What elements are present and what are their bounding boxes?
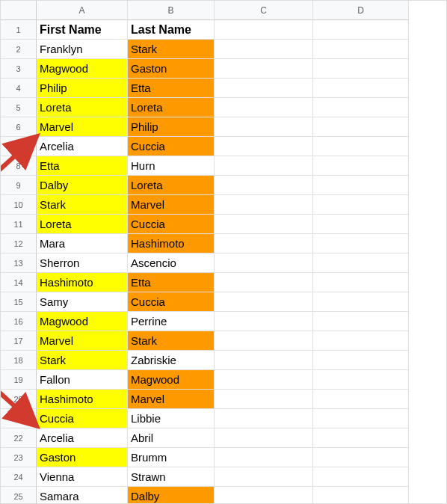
cell-B16[interactable]: Perrine xyxy=(128,312,215,331)
cell-C8[interactable] xyxy=(215,156,313,176)
row-header-1[interactable]: 1 xyxy=(1,20,37,40)
cell-B19[interactable]: Magwood xyxy=(128,370,215,390)
cell-D6[interactable] xyxy=(313,117,409,137)
row-header-15[interactable]: 15 xyxy=(1,292,37,312)
cell-B8[interactable]: Hurn xyxy=(128,156,215,176)
cell-B23[interactable]: Brumm xyxy=(128,448,215,467)
cell-C23[interactable] xyxy=(215,448,313,467)
column-header-B[interactable]: B xyxy=(128,1,215,20)
cell-B25[interactable]: Dalby xyxy=(128,487,215,504)
cell-A24[interactable]: Vienna xyxy=(37,467,128,487)
row-header-10[interactable]: 10 xyxy=(1,195,37,215)
cell-D11[interactable] xyxy=(313,215,409,234)
cell-B15[interactable]: Cuccia xyxy=(128,292,215,312)
row-header-6[interactable]: 6 xyxy=(1,117,37,137)
cell-B1[interactable]: Last Name xyxy=(128,20,215,40)
cell-A20[interactable]: Hashimoto xyxy=(37,390,128,409)
cell-D9[interactable] xyxy=(313,176,409,195)
select-all-corner[interactable] xyxy=(1,1,37,20)
cell-B10[interactable]: Marvel xyxy=(128,195,215,215)
row-header-18[interactable]: 18 xyxy=(1,351,37,370)
cell-A10[interactable]: Stark xyxy=(37,195,128,215)
cell-A11[interactable]: Loreta xyxy=(37,215,128,234)
cell-D25[interactable] xyxy=(313,487,409,504)
cell-D18[interactable] xyxy=(313,351,409,370)
cell-B24[interactable]: Strawn xyxy=(128,467,215,487)
cell-D24[interactable] xyxy=(313,467,409,487)
cell-C6[interactable] xyxy=(215,117,313,137)
cell-D17[interactable] xyxy=(313,331,409,351)
cell-A25[interactable]: Samara xyxy=(37,487,128,504)
row-header-13[interactable]: 13 xyxy=(1,253,37,273)
cell-B4[interactable]: Etta xyxy=(128,79,215,98)
row-header-11[interactable]: 11 xyxy=(1,215,37,234)
cell-C4[interactable] xyxy=(215,79,313,98)
cell-B9[interactable]: Loreta xyxy=(128,176,215,195)
cell-A19[interactable]: Fallon xyxy=(37,370,128,390)
cell-B12[interactable]: Hashimoto xyxy=(128,234,215,253)
cell-C22[interactable] xyxy=(215,428,313,448)
cell-C15[interactable] xyxy=(215,292,313,312)
cell-D22[interactable] xyxy=(313,428,409,448)
cell-B18[interactable]: Zabriskie xyxy=(128,351,215,370)
cell-B11[interactable]: Cuccia xyxy=(128,215,215,234)
cell-A7[interactable]: Arcelia xyxy=(37,137,128,156)
row-header-23[interactable]: 23 xyxy=(1,448,37,467)
row-header-25[interactable]: 25 xyxy=(1,487,37,504)
row-header-4[interactable]: 4 xyxy=(1,79,37,98)
cell-D20[interactable] xyxy=(313,390,409,409)
cell-B13[interactable]: Ascencio xyxy=(128,253,215,273)
cell-C11[interactable] xyxy=(215,215,313,234)
cell-D14[interactable] xyxy=(313,273,409,292)
cell-A8[interactable]: Etta xyxy=(37,156,128,176)
row-header-17[interactable]: 17 xyxy=(1,331,37,351)
cell-B5[interactable]: Loreta xyxy=(128,98,215,117)
cell-A4[interactable]: Philip xyxy=(37,79,128,98)
cell-D13[interactable] xyxy=(313,253,409,273)
cell-D7[interactable] xyxy=(313,137,409,156)
cell-A2[interactable]: Franklyn xyxy=(37,40,128,59)
spreadsheet-grid[interactable]: ABCD1First NameLast Name2FranklynStark3M… xyxy=(1,1,446,504)
cell-B20[interactable]: Marvel xyxy=(128,390,215,409)
cell-C21[interactable] xyxy=(215,409,313,428)
cell-B7[interactable]: Cuccia xyxy=(128,137,215,156)
row-header-22[interactable]: 22 xyxy=(1,428,37,448)
cell-C13[interactable] xyxy=(215,253,313,273)
cell-A5[interactable]: Loreta xyxy=(37,98,128,117)
cell-C24[interactable] xyxy=(215,467,313,487)
cell-A16[interactable]: Magwood xyxy=(37,312,128,331)
row-header-14[interactable]: 14 xyxy=(1,273,37,292)
cell-B21[interactable]: Libbie xyxy=(128,409,215,428)
cell-D4[interactable] xyxy=(313,79,409,98)
row-header-16[interactable]: 16 xyxy=(1,312,37,331)
cell-D12[interactable] xyxy=(313,234,409,253)
row-header-19[interactable]: 19 xyxy=(1,370,37,390)
column-header-A[interactable]: A xyxy=(37,1,128,20)
cell-A3[interactable]: Magwood xyxy=(37,59,128,79)
cell-C18[interactable] xyxy=(215,351,313,370)
row-header-8[interactable]: 8 xyxy=(1,156,37,176)
column-header-D[interactable]: D xyxy=(313,1,409,20)
cell-C2[interactable] xyxy=(215,40,313,59)
cell-B17[interactable]: Stark xyxy=(128,331,215,351)
cell-C19[interactable] xyxy=(215,370,313,390)
cell-D5[interactable] xyxy=(313,98,409,117)
row-header-24[interactable]: 24 xyxy=(1,467,37,487)
cell-D3[interactable] xyxy=(313,59,409,79)
row-header-9[interactable]: 9 xyxy=(1,176,37,195)
cell-A15[interactable]: Samy xyxy=(37,292,128,312)
cell-D16[interactable] xyxy=(313,312,409,331)
cell-A14[interactable]: Hashimoto xyxy=(37,273,128,292)
cell-C5[interactable] xyxy=(215,98,313,117)
cell-C3[interactable] xyxy=(215,59,313,79)
cell-B2[interactable]: Stark xyxy=(128,40,215,59)
cell-C9[interactable] xyxy=(215,176,313,195)
cell-D19[interactable] xyxy=(313,370,409,390)
cell-A18[interactable]: Stark xyxy=(37,351,128,370)
cell-A1[interactable]: First Name xyxy=(37,20,128,40)
cell-C12[interactable] xyxy=(215,234,313,253)
cell-C1[interactable] xyxy=(215,20,313,40)
cell-C10[interactable] xyxy=(215,195,313,215)
cell-B22[interactable]: Abril xyxy=(128,428,215,448)
cell-D8[interactable] xyxy=(313,156,409,176)
